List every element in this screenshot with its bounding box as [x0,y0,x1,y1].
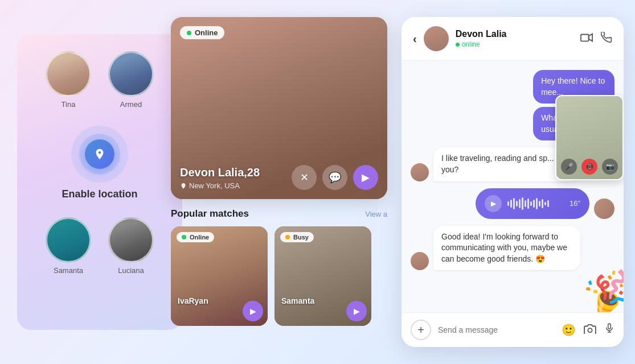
chat-status-text: online [462,40,480,48]
mic-button[interactable]: 🎤 [561,159,577,175]
online-badge-text: Online [195,28,218,37]
samanta-status: Busy [293,234,309,241]
samanta-video-btn[interactable]: ▶ [346,301,367,321]
popular-section: Popular matches View a Online IvaRyan ▶ [171,208,387,326]
ivaryan-name: IvaRyan [178,296,208,305]
location-icon-button[interactable] [85,139,114,169]
ivaryan-online-badge: Online [177,232,214,242]
svg-marker-1 [589,34,592,41]
samanta-busy-dot [285,235,290,239]
location-section: Enable location [62,126,137,206]
message-input[interactable] [438,325,555,334]
featured-card: Online Devon Lalia,28 New York, USA ✕ 💬 [171,17,387,199]
match-card-ivaryan[interactable]: Online IvaRyan ▶ [171,226,268,326]
voice-duration: 16" [570,199,580,208]
user-avatar-tina: Tina [46,51,91,109]
message-row-voice: ▶ [411,188,614,219]
chat-status-dot [456,43,460,47]
popular-title: Popular matches [171,208,249,220]
featured-info: Devon Lalia,28 New York, USA [180,166,260,190]
camera-button[interactable]: 📷 [602,159,618,175]
svg-point-2 [588,328,592,332]
voice-sender-avatar [594,198,614,219]
avatar-luciana[interactable] [108,217,154,263]
chat-user-info: Devon Lalia online [456,29,573,48]
message-row-received-2: Good idea! I'm looking forward to commun… [411,226,614,271]
end-call-button[interactable]: 📵 [581,159,597,175]
avatar-tina[interactable] [46,51,91,97]
camera-icon[interactable] [584,324,596,337]
location-text: New York, USA [189,181,240,190]
microphone-icon[interactable] [604,322,614,338]
chat-user-status: online [456,40,573,48]
chat-input-area: + 🙂 [402,312,624,347]
samanta-name: Samanta [281,296,314,305]
user-circles-top: Tina Armed [28,51,171,109]
voice-waveform [507,197,564,210]
avatar-armed[interactable] [108,51,154,97]
ivaryan-video-btn[interactable]: ▶ [243,301,263,321]
chat-messages: Hey there! Nice to mee... What do you us… [402,61,624,312]
received-avatar-2 [411,252,429,270]
video-overlay: 🎤 📵 📷 [555,95,624,180]
match-card-samanta[interactable]: Busy Samanta ▶ [275,226,371,326]
chat-avatar [424,26,449,51]
middle-panel: Online Devon Lalia,28 New York, USA ✕ 💬 [171,17,387,353]
avatar-samanta[interactable] [46,217,91,263]
chat-panel: ‹ Devon Lalia online [402,17,624,347]
user-avatar-armed: Armed [108,51,154,109]
voice-play-button[interactable]: ▶ [485,195,502,212]
ivaryan-status: Online [190,234,209,241]
enable-location-text: Enable location [62,188,137,200]
user-name-armed: Armed [120,100,142,109]
phone-call-icon[interactable] [601,32,612,46]
message-bubble-received-2: Good idea! I'm looking forward to commun… [433,226,580,271]
video-button[interactable]: ▶ [353,165,378,190]
user-avatar-luciana: Luciana [108,217,154,275]
close-button[interactable]: ✕ [292,165,317,190]
message-button[interactable]: 💬 [322,165,347,190]
chat-header-actions [580,32,612,46]
voice-message[interactable]: ▶ [476,188,589,219]
svg-rect-3 [608,324,611,329]
svg-rect-0 [581,34,589,41]
online-dot-icon [187,31,191,35]
user-circles-bottom: Samanta Luciana [28,217,171,275]
featured-name: Devon Lalia,28 [180,166,260,179]
featured-actions: ✕ 💬 ▶ [292,165,378,190]
location-icon-small [180,183,187,189]
user-name-tina: Tina [62,100,76,109]
input-icons: 🙂 [562,322,614,338]
popular-header: Popular matches View a [171,208,387,220]
main-container: Tina Armed Enable location [0,0,635,364]
location-icon-container [71,126,128,183]
samanta-busy-badge: Busy [280,232,314,242]
chat-header: ‹ Devon Lalia online [402,17,624,61]
location-pin-icon [93,148,106,160]
featured-location: New York, USA [180,181,260,190]
party-decoration: 🎉 [579,264,624,312]
user-name-samanta: Samanta [54,266,83,275]
left-panel: Tina Armed Enable location [17,34,182,330]
emoji-icon[interactable]: 🙂 [562,323,576,337]
chat-user-name: Devon Lalia [456,29,573,39]
user-name-luciana: Luciana [118,266,144,275]
received-avatar-1 [411,163,429,181]
user-avatar-samanta: Samanta [46,217,91,275]
matches-grid: Online IvaRyan ▶ Busy Samanta ▶ [171,226,387,326]
ivaryan-online-dot [182,235,186,239]
online-badge: Online [180,26,224,39]
back-button[interactable]: ‹ [413,32,417,46]
video-controls: 🎤 📵 📷 [556,159,622,175]
video-call-icon[interactable] [580,32,593,46]
view-all-link[interactable]: View a [365,210,387,218]
add-button[interactable]: + [411,320,431,340]
